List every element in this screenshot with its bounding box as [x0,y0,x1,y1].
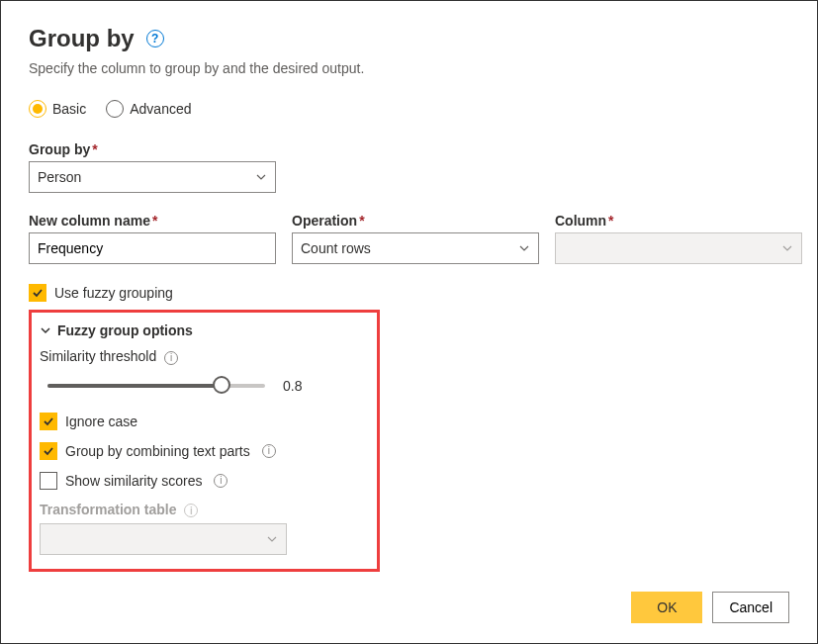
fuzzy-options-expander[interactable]: Fuzzy group options [40,322,369,338]
similarity-value: 0.8 [283,378,302,394]
info-icon: i [184,504,198,517]
radio-icon [29,100,46,118]
aggregation-row: New column name* Operation* Count rows C… [29,213,789,264]
chevron-down-icon [781,242,793,254]
operation-field: Operation* Count rows [292,213,539,264]
group-by-dialog: Group by ? Specify the column to group b… [0,0,818,644]
chevron-down-icon [255,171,267,183]
new-column-input[interactable] [29,232,276,264]
checkbox-icon [40,442,57,460]
dialog-subtitle: Specify the column to group by and the d… [29,60,789,76]
combine-parts-checkbox[interactable]: Group by combining text parts i [40,442,369,460]
slider-fill [47,384,222,388]
use-fuzzy-checkbox[interactable]: Use fuzzy grouping [29,284,789,302]
radio-basic[interactable]: Basic [29,100,86,118]
cancel-button[interactable]: Cancel [712,592,789,623]
ignore-case-checkbox[interactable]: Ignore case [40,413,369,430]
similarity-threshold-field: Similarity threshold i 0.8 [40,348,369,395]
fuzzy-options-panel: Fuzzy group options Similarity threshold… [29,310,380,572]
group-by-label: Group by* [29,141,789,157]
similarity-slider[interactable] [47,377,265,395]
group-by-select[interactable]: Person [29,161,276,193]
group-by-field: Group by* Person [29,141,789,193]
chevron-down-icon [40,324,51,336]
checkbox-icon [29,284,46,302]
dialog-header: Group by ? [29,25,789,52]
radio-advanced[interactable]: Advanced [106,100,191,118]
chevron-down-icon [518,242,530,254]
slider-thumb[interactable] [213,376,230,394]
column-select [555,232,802,264]
transform-table-label: Transformation table i [40,502,369,518]
info-icon[interactable]: i [214,474,227,488]
ignore-case-label: Ignore case [65,414,137,429]
combine-parts-label: Group by combining text parts [65,443,250,459]
mode-radio-group: Basic Advanced [29,100,789,118]
operation-label: Operation* [292,213,539,229]
radio-basic-label: Basic [52,101,86,117]
column-label: Column* [555,213,802,229]
similarity-slider-row: 0.8 [47,377,369,395]
show-scores-label: Show similarity scores [65,473,202,489]
transform-table-select [40,523,287,555]
similarity-label: Similarity threshold i [40,348,369,365]
dialog-title: Group by [29,25,135,52]
column-field: Column* [555,213,802,264]
ok-button[interactable]: OK [631,592,702,623]
new-column-field: New column name* [29,213,276,264]
radio-advanced-label: Advanced [130,101,191,117]
operation-select[interactable]: Count rows [292,232,539,264]
help-icon[interactable]: ? [146,30,164,47]
radio-icon [106,100,124,118]
fuzzy-options-title: Fuzzy group options [57,322,193,338]
checkbox-icon [40,472,57,490]
operation-value: Count rows [301,240,371,256]
show-scores-checkbox[interactable]: Show similarity scores i [40,472,369,490]
chevron-down-icon [266,533,278,545]
use-fuzzy-label: Use fuzzy grouping [54,285,173,301]
checkbox-icon [40,413,57,430]
group-by-value: Person [38,169,81,185]
info-icon[interactable]: i [262,444,276,458]
new-column-label: New column name* [29,213,276,229]
info-icon[interactable]: i [164,351,178,365]
dialog-footer: OK Cancel [631,592,789,623]
